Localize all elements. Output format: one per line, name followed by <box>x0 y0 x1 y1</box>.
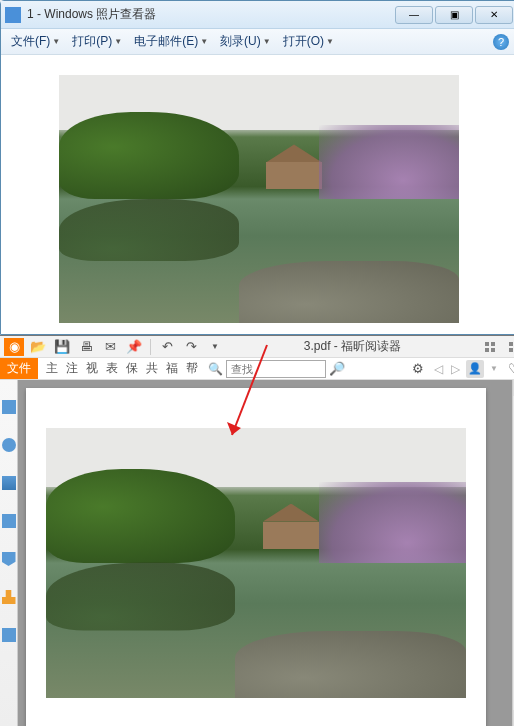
menu-open[interactable]: 打开(O)▼ <box>277 33 340 50</box>
photo-area <box>1 55 514 334</box>
menubar: 文件(F)▼ 打印(P)▼ 电子邮件(E)▼ 刻录(U)▼ 打开(O)▼ ? <box>1 29 514 55</box>
tab-help[interactable]: 帮 <box>182 360 202 377</box>
search-icon[interactable]: 🔍 <box>206 360 224 378</box>
tab-comment[interactable]: 注 <box>62 360 82 377</box>
menu-burn-label: 刻录(U) <box>220 33 261 50</box>
menu-print[interactable]: 打印(P)▼ <box>66 33 128 50</box>
menu-email-label: 电子邮件(E) <box>134 33 198 50</box>
menu-open-label: 打开(O) <box>283 33 324 50</box>
separator <box>150 339 151 355</box>
menu-burn[interactable]: 刻录(U)▼ <box>214 33 277 50</box>
sidebar <box>0 380 18 726</box>
sidebar-attach-icon[interactable] <box>2 514 16 528</box>
nav-prev-icon[interactable]: ◁ <box>432 362 445 376</box>
gear-icon[interactable]: ⚙ <box>408 360 428 378</box>
tab-protect[interactable]: 保 <box>122 360 142 377</box>
window-controls: — ▣ ✕ <box>393 6 513 24</box>
user-dropdown-icon[interactable]: ▼ <box>488 364 500 373</box>
ribbon-row: 文件 主 注 视 表 保 共 福 帮 🔍 🔎 ⚙ ◁ ▷ 👤 ▼ ♡ <box>0 358 514 380</box>
chevron-down-icon: ▼ <box>326 37 334 46</box>
save-icon[interactable]: 💾 <box>52 338 72 356</box>
chevron-down-icon: ▼ <box>114 37 122 46</box>
menu-email[interactable]: 电子邮件(E)▼ <box>128 33 214 50</box>
sidebar-sign-icon[interactable] <box>2 552 16 566</box>
nav-next-icon[interactable]: ▷ <box>449 362 462 376</box>
help-icon[interactable]: ? <box>493 34 509 50</box>
photo-image <box>59 75 459 323</box>
search-group: 🔍 🔎 <box>206 358 346 379</box>
chevron-down-icon: ▼ <box>200 37 208 46</box>
menu-print-label: 打印(P) <box>72 33 112 50</box>
chevron-down-icon: ▼ <box>52 37 60 46</box>
document-title: 3.pdf - 福昕阅读器 <box>304 338 401 355</box>
user-avatar[interactable]: 👤 <box>466 360 484 378</box>
tab-share[interactable]: 共 <box>142 360 162 377</box>
photo-viewer-window: 1 - Windows 照片查看器 — ▣ ✕ 文件(F)▼ 打印(P)▼ 电子… <box>0 0 514 335</box>
fox-icon[interactable]: ◉ <box>4 338 24 356</box>
pin-icon[interactable]: 📌 <box>124 338 144 356</box>
tab-form[interactable]: 表 <box>102 360 122 377</box>
menu-file[interactable]: 文件(F)▼ <box>5 33 66 50</box>
menu-file-label: 文件(F) <box>11 33 50 50</box>
foxit-reader-window: ◉ 📂 💾 🖶 ✉ 📌 ↶ ↷ ▼ 3.pdf - 福昕阅读器 文件 主 注 视… <box>0 335 514 726</box>
right-tools: ⚙ ◁ ▷ 👤 ▼ ♡ <box>408 358 514 379</box>
grid-view-icon-2[interactable] <box>504 338 514 356</box>
quick-toolbar: ◉ 📂 💾 🖶 ✉ 📌 ↶ ↷ ▼ 3.pdf - 福昕阅读器 <box>0 336 514 358</box>
maximize-button[interactable]: ▣ <box>435 6 473 24</box>
close-button[interactable]: ✕ <box>475 6 513 24</box>
heart-icon[interactable]: ♡ <box>504 360 514 378</box>
search-go-icon[interactable]: 🔎 <box>328 360 346 378</box>
sidebar-bookmark-icon[interactable] <box>2 400 16 414</box>
redo-icon[interactable]: ↷ <box>181 338 201 356</box>
file-tab[interactable]: 文件 <box>0 358 38 379</box>
mail-icon[interactable]: ✉ <box>100 338 120 356</box>
pdf-image <box>46 428 466 698</box>
app-icon <box>5 7 21 23</box>
ribbon-tabs: 主 注 视 表 保 共 福 帮 <box>38 358 202 379</box>
undo-icon[interactable]: ↶ <box>157 338 177 356</box>
sidebar-thumb-icon[interactable] <box>2 628 16 642</box>
print-icon[interactable]: 🖶 <box>76 338 96 356</box>
tab-foxit[interactable]: 福 <box>162 360 182 377</box>
window-title: 1 - Windows 照片查看器 <box>27 6 393 23</box>
document-area[interactable]: ▴ ▾ <box>18 380 514 726</box>
tab-view[interactable]: 视 <box>82 360 102 377</box>
sidebar-lock-icon[interactable] <box>2 590 16 604</box>
grid-view-icon[interactable] <box>480 338 500 356</box>
titlebar[interactable]: 1 - Windows 照片查看器 — ▣ ✕ <box>1 1 514 29</box>
dropdown-icon[interactable]: ▼ <box>205 338 225 356</box>
pdf-page <box>26 388 486 726</box>
sidebar-layers-icon[interactable] <box>2 476 16 490</box>
tab-home[interactable]: 主 <box>42 360 62 377</box>
open-icon[interactable]: 📂 <box>28 338 48 356</box>
minimize-button[interactable]: — <box>395 6 433 24</box>
search-input[interactable] <box>226 360 326 378</box>
main-area: ▴ ▾ <box>0 380 514 726</box>
chevron-down-icon: ▼ <box>263 37 271 46</box>
sidebar-page-icon[interactable] <box>2 438 16 452</box>
